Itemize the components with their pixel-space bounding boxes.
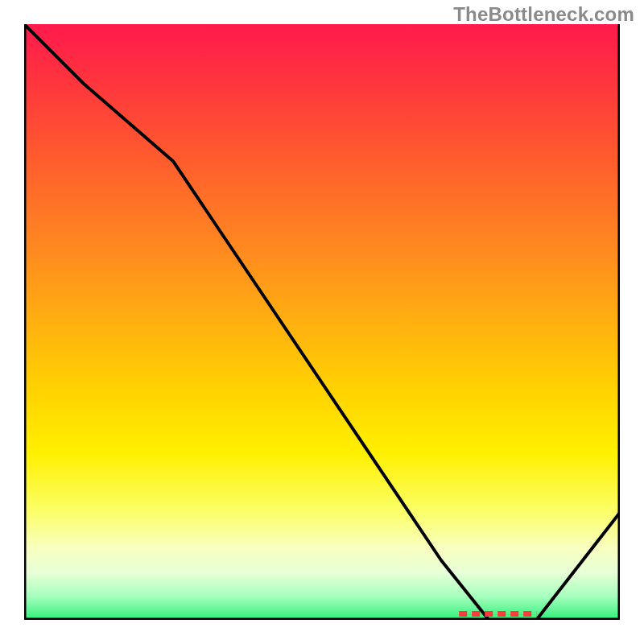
plot-area [24,24,620,620]
chart-container: TheBottleneck.com [0,0,644,644]
watermark-text: TheBottleneck.com [453,3,634,26]
plot-background-gradient [24,24,620,620]
